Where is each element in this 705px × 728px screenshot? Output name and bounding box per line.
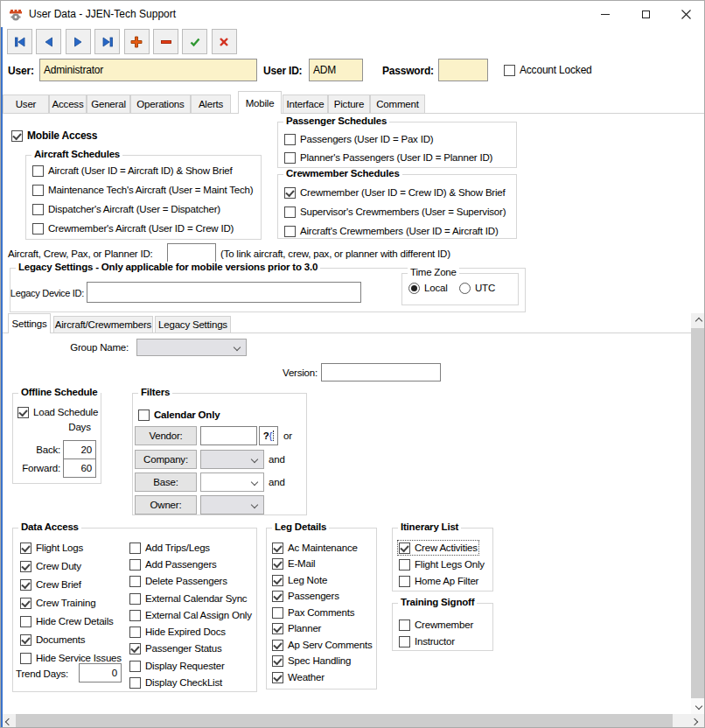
cb-hide-service-issues[interactable]: Hide Service Issues xyxy=(20,652,122,664)
scroll-right-button[interactable] xyxy=(683,714,705,728)
maximize-button[interactable] xyxy=(625,1,666,27)
cb-spec-handling[interactable]: Spec Handling xyxy=(272,654,351,667)
previous-record-button[interactable] xyxy=(36,29,61,54)
cb-weather[interactable]: Weather xyxy=(272,671,325,683)
cb-hide-expired-docs[interactable]: Hide Expired Docs xyxy=(129,626,226,638)
window-title: User Data - JJEN-Tech Support xyxy=(29,8,176,20)
account-locked-checkbox[interactable]: Account Locked xyxy=(504,64,592,76)
filters-title: Filters xyxy=(138,387,172,397)
accept-button[interactable] xyxy=(182,29,207,54)
cb-delete-passengers[interactable]: Delete Passengers xyxy=(129,575,227,587)
cb-external-calendar-sync[interactable]: External Calendar Sync xyxy=(129,592,247,605)
aircraft-schedules-title: Aircraft Schedules xyxy=(31,149,122,159)
cb-ac-maintenance[interactable]: Ac Maintenance xyxy=(272,542,358,554)
version-input[interactable] xyxy=(321,363,441,382)
cb-load-schedule[interactable]: Load Schedule xyxy=(17,406,98,418)
cb-crewmember-aircraft[interactable]: Crewmember's Aircraft (User ID = Crew ID… xyxy=(32,222,234,234)
tab-mobile[interactable]: Mobile xyxy=(238,91,282,114)
tab-alerts[interactable]: Alerts xyxy=(191,94,231,113)
add-record-button[interactable] xyxy=(124,29,150,54)
cb-passenger-status[interactable]: Passenger Status xyxy=(129,642,222,654)
base-dropdown[interactable] xyxy=(200,472,264,492)
cb-display-requester[interactable]: Display Requester xyxy=(129,660,225,672)
cb-pax-comments[interactable]: Pax Comments xyxy=(272,606,354,619)
cb-planner[interactable]: Planner xyxy=(272,622,321,634)
cb-crew-duty[interactable]: Crew Duty xyxy=(20,560,81,572)
mobile-access-checkbox[interactable]: Mobile Access xyxy=(11,130,97,142)
trend-days-input[interactable]: 0 xyxy=(79,663,122,682)
cb-crewmember-crewid[interactable]: Crewmember (User ID = Crew ID) & Show Br… xyxy=(284,186,506,199)
scroll-down-button[interactable] xyxy=(691,698,705,714)
tab-general[interactable]: General xyxy=(87,94,130,113)
cb-hide-crew-details[interactable]: Hide Crew Details xyxy=(20,615,114,627)
cb-planner-passengers[interactable]: Planner's Passengers (User ID = Planner … xyxy=(284,151,492,164)
cb-add-passengers[interactable]: Add Passengers xyxy=(129,558,217,570)
next-record-button[interactable] xyxy=(66,29,91,54)
cb-email[interactable]: E-Mail xyxy=(272,557,315,570)
scroll-up-button[interactable] xyxy=(691,313,705,328)
first-record-button[interactable] xyxy=(7,29,32,54)
subtab-settings[interactable]: Settings xyxy=(8,313,51,333)
cb-aircraft-crewmembers[interactable]: Aircraft's Crewmembers (User ID = Aircra… xyxy=(284,225,499,237)
tab-access[interactable]: Access xyxy=(49,94,87,113)
password-input[interactable] xyxy=(438,59,488,81)
company-dropdown[interactable] xyxy=(200,450,264,469)
group-name-dropdown[interactable] xyxy=(136,339,247,356)
delete-record-button[interactable] xyxy=(153,29,178,54)
minimize-button[interactable] xyxy=(585,1,625,27)
cb-instructor-signoff[interactable]: Instructor xyxy=(399,635,455,648)
vendor-input[interactable] xyxy=(200,426,257,445)
cb-crew-training[interactable]: Crew Training xyxy=(20,597,95,609)
cb-calendar-only[interactable]: Calendar Only xyxy=(138,409,220,421)
cb-dispatcher-aircraft[interactable]: Dispatcher's Aircraft (User = Dispatcher… xyxy=(32,203,220,215)
subtab-legacy-settings[interactable]: Legacy Settings xyxy=(155,316,231,332)
close-button[interactable] xyxy=(666,1,705,27)
company-button[interactable]: Company: xyxy=(135,450,197,469)
tab-operations[interactable]: Operations xyxy=(130,94,191,113)
last-record-button[interactable] xyxy=(94,29,120,54)
owner-button[interactable]: Owner: xyxy=(135,495,197,514)
cb-crew-brief[interactable]: Crew Brief xyxy=(20,578,81,591)
cb-passengers-paxid[interactable]: Passengers (User ID = Pax ID) xyxy=(284,133,433,145)
cb-aircraft-show-brief[interactable]: Aircraft (User ID = Aircraft ID) & Show … xyxy=(32,164,233,177)
cb-home-ap-filter[interactable]: Home Ap Filter xyxy=(399,575,478,587)
legacy-device-id-input[interactable] xyxy=(87,282,361,303)
vertical-scrollbar-thumb[interactable] xyxy=(691,328,705,698)
cb-ap-serv-comments[interactable]: Ap Serv Comments xyxy=(272,639,373,651)
horizontal-scrollbar-thumb[interactable] xyxy=(16,714,673,728)
account-locked-box[interactable] xyxy=(504,65,515,76)
user-id-input[interactable]: ADM xyxy=(309,59,363,81)
subtab-aircraft-crewmembers[interactable]: Aircraft/Crewmembers xyxy=(53,316,153,332)
radio-local[interactable]: Local xyxy=(408,282,448,294)
forward-input[interactable]: 60 xyxy=(63,458,96,478)
owner-dropdown[interactable] xyxy=(200,495,264,514)
cb-maint-tech-aircraft[interactable]: Maintenance Tech's Aircraft (User = Main… xyxy=(32,184,253,196)
cb-supervisor-crewmembers[interactable]: Supervisor's Crewmembers (User = Supervi… xyxy=(284,206,506,218)
offline-schedule-title: Offline Schedule xyxy=(18,387,101,397)
scroll-left-button[interactable] xyxy=(1,714,16,728)
crewmember-schedules-title: Crewmember Schedules xyxy=(283,168,402,178)
cb-display-checklist[interactable]: Display CheckList xyxy=(129,676,222,689)
mobile-access-box[interactable] xyxy=(11,130,23,142)
link-id-input[interactable] xyxy=(167,243,216,263)
vendor-button[interactable]: Vendor: xyxy=(135,426,197,445)
cb-crewmember-signoff[interactable]: Crewmember xyxy=(399,619,473,631)
base-button[interactable]: Base: xyxy=(135,472,197,492)
tab-user[interactable]: User xyxy=(3,94,49,113)
back-input[interactable]: 20 xyxy=(63,440,96,459)
cb-leg-note[interactable]: Leg Note xyxy=(272,574,327,586)
cb-passengers[interactable]: Passengers xyxy=(272,590,339,602)
radio-utc[interactable]: UTC xyxy=(459,282,495,294)
cb-flight-logs[interactable]: Flight Logs xyxy=(20,542,83,554)
tab-interface[interactable]: Interface xyxy=(283,94,328,113)
cancel-button[interactable] xyxy=(212,29,237,54)
cb-external-cal-assign-only[interactable]: External Cal Assign Only xyxy=(129,609,252,621)
tab-comment[interactable]: Comment xyxy=(370,94,425,113)
user-input[interactable]: Administrator xyxy=(39,59,257,81)
vendor-lookup-button[interactable]: ?{ xyxy=(259,426,278,445)
cb-flight-legs-only[interactable]: Flight Legs Only xyxy=(399,558,485,570)
cb-documents[interactable]: Documents xyxy=(20,634,85,646)
cb-crew-activities[interactable]: Crew Activities xyxy=(399,542,478,554)
cb-add-trips-legs[interactable]: Add Trips/Legs xyxy=(129,542,210,554)
tab-picture[interactable]: Picture xyxy=(328,94,370,113)
